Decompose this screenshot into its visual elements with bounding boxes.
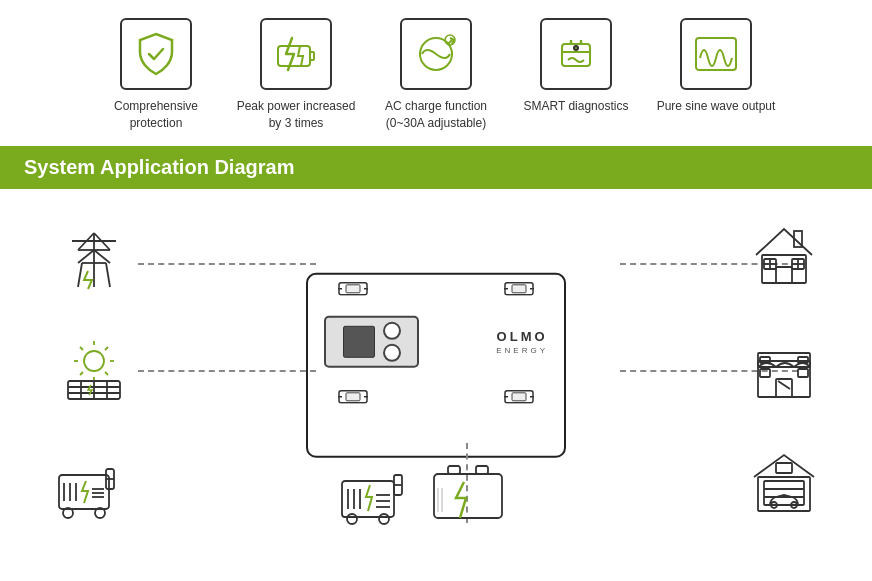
smart-diagnostics-label: SMART diagnostics <box>524 98 629 115</box>
diagram-inner: OLMO ENERGY <box>30 205 842 533</box>
inverter-brand-sub: ENERGY <box>496 345 548 354</box>
svg-line-33 <box>94 250 110 263</box>
svg-rect-99 <box>476 466 488 474</box>
svg-line-34 <box>78 263 82 287</box>
features-section: Comprehensive protection Peak power incr… <box>0 0 872 146</box>
svg-line-35 <box>106 263 110 287</box>
svg-rect-12 <box>346 284 360 292</box>
svg-line-43 <box>105 347 108 350</box>
peak-power-icon-box <box>260 18 332 90</box>
feature-peak-power: Peak power increased by 3 times <box>231 18 361 132</box>
svg-rect-77 <box>760 369 770 377</box>
garage-svg <box>748 449 820 521</box>
svg-rect-73 <box>758 353 810 367</box>
shield-icon <box>132 30 180 78</box>
svg-line-45 <box>105 372 108 375</box>
svg-rect-64 <box>776 267 792 283</box>
svg-rect-100 <box>434 474 502 518</box>
smart-diagnostics-icon-box <box>540 18 612 90</box>
inverter-top-connectors <box>308 274 564 295</box>
solar-line <box>138 370 316 372</box>
store-icon <box>748 333 820 409</box>
svg-rect-16 <box>512 284 526 292</box>
svg-point-89 <box>379 514 389 524</box>
svg-line-44 <box>80 372 83 375</box>
inverter-bottom-connectors <box>308 389 564 403</box>
store-svg <box>748 333 820 405</box>
comprehensive-protection-label: Comprehensive protection <box>91 98 221 132</box>
inverter-unit: OLMO ENERGY <box>306 272 566 457</box>
svg-rect-20 <box>346 392 360 400</box>
svg-rect-98 <box>448 466 460 474</box>
panel-screen <box>343 325 375 357</box>
pure-sine-label: Pure sine wave output <box>657 98 776 115</box>
generator-icon <box>54 461 129 525</box>
solar-panel-svg <box>58 333 130 405</box>
top-connector-left <box>338 281 368 295</box>
solar-panel-icon <box>58 333 130 409</box>
svg-rect-78 <box>798 369 808 377</box>
svg-point-7 <box>574 46 578 50</box>
banner-title: System Application Diagram <box>24 156 294 179</box>
svg-line-42 <box>80 347 83 350</box>
battery-icon <box>428 462 508 531</box>
transmission-tower-svg <box>58 225 130 297</box>
panel-controls <box>383 321 401 361</box>
power-grid-icon <box>58 225 130 301</box>
feature-ac-charge: AC charge function (0~30A adjustable) <box>371 18 501 132</box>
control-panel <box>324 315 419 367</box>
comprehensive-protection-icon-box <box>120 18 192 90</box>
panel-button-2 <box>383 343 401 361</box>
gen-battery-svg <box>340 467 415 527</box>
bottom-connector-left <box>338 389 368 403</box>
svg-line-32 <box>78 250 94 263</box>
sine-wave-icon <box>692 30 740 78</box>
pure-sine-icon-box <box>680 18 752 90</box>
bottom-connector-right <box>504 389 534 403</box>
smart-icon <box>552 30 600 78</box>
svg-rect-86 <box>776 463 792 473</box>
generator-battery-icon <box>340 467 415 531</box>
svg-rect-24 <box>512 392 526 400</box>
inverter-brand: OLMO <box>496 328 548 343</box>
ac-charge-label: AC charge function (0~30A adjustable) <box>371 98 501 132</box>
top-connector-right <box>504 281 534 295</box>
svg-rect-76 <box>798 357 808 363</box>
peak-power-label: Peak power increased by 3 times <box>231 98 361 132</box>
inverter-logo-area: OLMO ENERGY <box>496 328 548 354</box>
grid-line <box>138 263 316 265</box>
house-icon <box>748 221 820 297</box>
svg-rect-87 <box>342 481 394 517</box>
svg-rect-75 <box>760 357 770 363</box>
svg-point-37 <box>84 351 104 371</box>
svg-point-88 <box>347 514 357 524</box>
feature-comprehensive-protection: Comprehensive protection <box>91 18 221 132</box>
panel-button-1 <box>383 321 401 339</box>
inverter-middle: OLMO ENERGY <box>308 305 564 377</box>
generator-svg <box>54 461 129 521</box>
battery-boost-icon <box>272 30 320 78</box>
system-diagram-banner: System Application Diagram <box>0 146 872 189</box>
svg-line-79 <box>778 381 790 389</box>
diagram-section: OLMO ENERGY <box>0 189 872 549</box>
svg-rect-1 <box>310 52 314 60</box>
ac-charge-icon <box>412 30 460 78</box>
feature-smart-diagnostics: SMART diagnostics <box>511 18 641 115</box>
garage-icon <box>748 449 820 525</box>
house-svg <box>748 221 820 293</box>
ac-charge-icon-box <box>400 18 472 90</box>
feature-pure-sine: Pure sine wave output <box>651 18 781 115</box>
battery-svg <box>428 462 508 527</box>
